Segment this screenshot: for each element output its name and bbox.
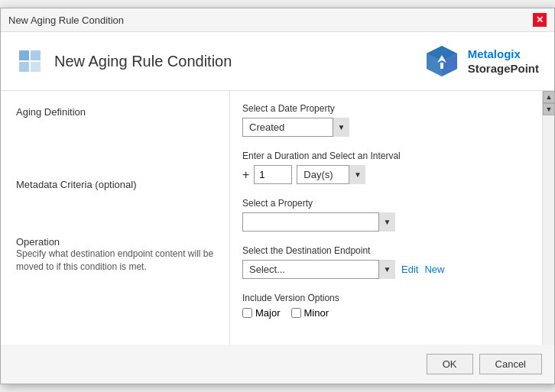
- version-options-label: Include Version Options: [242, 293, 531, 303]
- svg-rect-1: [31, 50, 41, 60]
- destination-select[interactable]: Select...: [242, 260, 395, 279]
- right-panel-container: Select a Date Property Created Modified …: [230, 91, 554, 345]
- operation-label: Operation: [16, 236, 60, 248]
- svg-rect-2: [19, 62, 29, 72]
- duration-plus: +: [242, 168, 249, 182]
- duration-group: Enter a Duration and Select an Interval …: [242, 151, 531, 184]
- metadata-label: Metadata Criteria (optional): [16, 179, 137, 190]
- property-group: Select a Property ▼: [242, 198, 531, 232]
- title-bar-text: New Aging Rule Condition: [8, 15, 124, 26]
- dialog: New Aging Rule Condition ✕ New Aging Rul…: [0, 8, 555, 384]
- date-property-select[interactable]: Created Modified Last Accessed: [242, 118, 349, 137]
- edit-button[interactable]: Edit: [401, 264, 418, 275]
- major-checkbox[interactable]: [242, 308, 252, 318]
- metadata-section: Metadata Criteria (optional): [16, 179, 214, 190]
- content-area: Aging Definition Metadata Criteria (opti…: [1, 91, 554, 345]
- duration-input[interactable]: [254, 165, 292, 184]
- duration-row: + Day(s) Week(s) Month(s) Year(s) ▼: [242, 165, 531, 184]
- close-button[interactable]: ✕: [533, 13, 547, 27]
- ok-button[interactable]: OK: [427, 354, 473, 374]
- duration-label: Enter a Duration and Select an Interval: [242, 151, 531, 161]
- svg-rect-3: [31, 62, 41, 72]
- operation-desc: Specify what destination endpoint conten…: [16, 248, 214, 274]
- interval-wrapper: Day(s) Week(s) Month(s) Year(s) ▼: [297, 165, 365, 184]
- logo-icon: [424, 43, 460, 79]
- header-left: New Aging Rule Condition: [16, 47, 232, 75]
- version-options-group: Include Version Options Major Minor: [242, 293, 531, 319]
- scroll-up-button[interactable]: ▲: [543, 91, 554, 103]
- destination-row: Select... ▼ Edit New: [242, 260, 531, 279]
- destination-group: Select the Destination Endpoint Select..…: [242, 245, 531, 279]
- logo-text: Metalogix StoragePoint: [468, 47, 539, 76]
- interval-select[interactable]: Day(s) Week(s) Month(s) Year(s): [297, 165, 365, 184]
- minor-checkbox-item: Minor: [291, 307, 329, 319]
- date-property-group: Select a Date Property Created Modified …: [242, 103, 531, 137]
- header-title: New Aging Rule Condition: [54, 53, 232, 70]
- svg-rect-9: [440, 63, 443, 69]
- new-button[interactable]: New: [424, 264, 444, 275]
- logo-area: Metalogix StoragePoint: [424, 43, 539, 79]
- rule-icon: [16, 47, 44, 75]
- operation-section: Operation Specify what destination endpo…: [16, 236, 214, 274]
- minor-checkbox[interactable]: [291, 308, 301, 318]
- destination-wrapper: Select... ▼: [242, 260, 395, 279]
- footer: OK Cancel: [1, 345, 554, 384]
- checkbox-row: Major Minor: [242, 307, 531, 319]
- destination-label: Select the Destination Endpoint: [242, 245, 531, 256]
- header-section: New Aging Rule Condition Metalogix Stora: [1, 32, 554, 91]
- scrollbar-track: ▲ ▼: [542, 91, 554, 345]
- date-property-label: Select a Date Property: [242, 103, 531, 114]
- date-property-wrapper: Created Modified Last Accessed ▼: [242, 118, 349, 137]
- major-label: Major: [255, 307, 281, 319]
- scroll-down-button[interactable]: ▼: [543, 103, 554, 115]
- property-wrapper: ▼: [242, 212, 395, 232]
- svg-rect-0: [19, 50, 29, 60]
- logo-name: Metalogix: [468, 47, 539, 62]
- major-checkbox-item: Major: [242, 307, 281, 319]
- property-label: Select a Property: [242, 198, 531, 209]
- cancel-button[interactable]: Cancel: [479, 354, 542, 374]
- aging-definition-section: Aging Definition: [16, 106, 214, 118]
- aging-definition-label: Aging Definition: [16, 106, 86, 118]
- property-select[interactable]: [242, 212, 395, 232]
- minor-label: Minor: [304, 307, 329, 319]
- title-bar: New Aging Rule Condition ✕: [1, 8, 554, 32]
- right-panel: Select a Date Property Created Modified …: [230, 91, 554, 345]
- left-panel: Aging Definition Metadata Criteria (opti…: [1, 91, 230, 345]
- logo-sub: StoragePoint: [468, 61, 539, 76]
